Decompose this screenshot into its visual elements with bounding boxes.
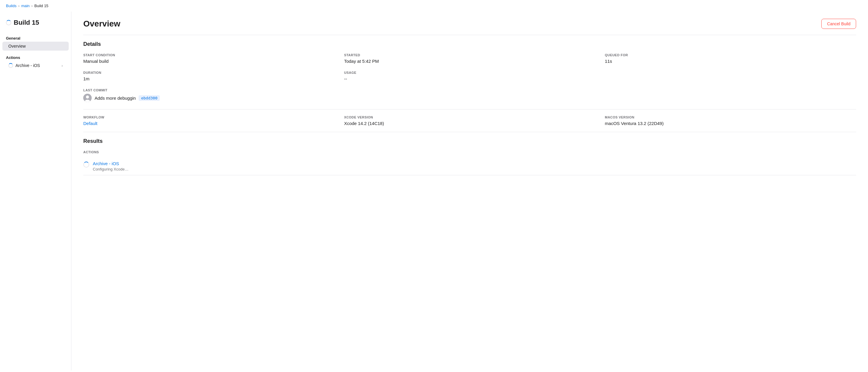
action-spinner <box>8 63 13 68</box>
avatar <box>83 94 92 102</box>
details-grid-row2: DURATION 1m USAGE -- <box>83 71 856 81</box>
macos-item: MACOS VERSION macOS Ventura 13.2 (22D49) <box>605 115 856 126</box>
macos-label: MACOS VERSION <box>605 115 856 119</box>
results-section-title: Results <box>83 138 856 144</box>
macos-value: macOS Ventura 13.2 (22D49) <box>605 121 856 126</box>
header-divider <box>83 35 856 35</box>
sidebar-item-archive-ios[interactable]: Archive - iOS › <box>2 61 69 70</box>
usage-item: USAGE -- <box>344 71 595 81</box>
build-status-spinner <box>6 20 11 25</box>
page-title: Overview <box>83 19 121 29</box>
result-info: Archive - iOS Configuring Xcode… <box>93 161 128 171</box>
workflow-value[interactable]: Default <box>83 121 98 126</box>
start-condition-value: Manual build <box>83 59 335 64</box>
main-header: Overview Cancel Build <box>83 19 856 29</box>
queued-for-value: 11s <box>605 59 856 64</box>
breadcrumb-sep-2: › <box>32 4 33 8</box>
details-section-title: Details <box>83 41 856 47</box>
queued-for-label: QUEUED FOR <box>605 53 856 57</box>
duration-label: DURATION <box>83 71 335 75</box>
start-condition-label: START CONDITION <box>83 53 335 57</box>
breadcrumb-sep-1: › <box>18 4 19 8</box>
result-status: Configuring Xcode… <box>93 167 128 171</box>
workflow-label: WORKFLOW <box>83 115 335 119</box>
details-results-divider <box>83 132 856 132</box>
breadcrumb-current: Build 15 <box>34 4 49 8</box>
commit-content: Adds more debuggin ebdd300 <box>83 94 856 102</box>
duration-item: DURATION 1m <box>83 71 335 81</box>
xcode-label: XCODE VERSION <box>344 115 595 119</box>
start-condition-item: START CONDITION Manual build <box>83 53 335 64</box>
details-section: Details START CONDITION Manual build STA… <box>83 41 856 126</box>
started-value: Today at 5:42 PM <box>344 59 595 64</box>
commit-hash-badge[interactable]: ebdd300 <box>138 95 160 101</box>
workflow-grid: WORKFLOW Default XCODE VERSION Xcode 14.… <box>83 115 856 126</box>
result-item: Archive - iOS Configuring Xcode… <box>83 158 856 175</box>
breadcrumb-builds-link[interactable]: Builds <box>6 4 17 8</box>
main-content: Overview Cancel Build Details START COND… <box>71 11 868 371</box>
sidebar-action-label: Archive - iOS <box>16 63 59 68</box>
xcode-value: Xcode 14.2 (14C18) <box>344 121 595 126</box>
sidebar-general-label: General <box>0 34 71 42</box>
sidebar: Build 15 General Overview Actions Archiv… <box>0 11 71 371</box>
queued-for-item: QUEUED FOR 11s <box>605 53 856 64</box>
sidebar-build-title: Build 15 <box>0 17 71 31</box>
commit-message: Adds more debuggin <box>95 95 136 101</box>
details-grid-row1: START CONDITION Manual build STARTED Tod… <box>83 53 856 64</box>
results-section: Results ACTIONS Archive - iOS Configurin… <box>83 138 856 175</box>
app-layout: Build 15 General Overview Actions Archiv… <box>0 11 868 371</box>
result-status-spinner <box>83 162 89 168</box>
started-item: STARTED Today at 5:42 PM <box>344 53 595 64</box>
usage-label: USAGE <box>344 71 595 75</box>
sidebar-build-name: Build 15 <box>14 19 39 27</box>
breadcrumb: Builds › main › Build 15 <box>0 0 868 11</box>
avatar-icon <box>83 94 92 102</box>
cancel-build-button[interactable]: Cancel Build <box>821 19 856 29</box>
commit-divider <box>83 109 856 110</box>
usage-value: -- <box>344 76 595 81</box>
last-commit-label: LAST COMMIT <box>83 88 856 92</box>
workflow-item: WORKFLOW Default <box>83 115 335 126</box>
svg-point-1 <box>86 95 89 98</box>
started-label: STARTED <box>344 53 595 57</box>
duration-value: 1m <box>83 76 335 81</box>
results-actions-label: ACTIONS <box>83 150 856 154</box>
sidebar-item-overview[interactable]: Overview <box>2 42 69 51</box>
chevron-right-icon: › <box>62 63 63 68</box>
result-name[interactable]: Archive - iOS <box>93 161 128 166</box>
sidebar-actions-heading: Actions <box>0 51 71 61</box>
xcode-item: XCODE VERSION Xcode 14.2 (14C18) <box>344 115 595 126</box>
breadcrumb-main-link[interactable]: main <box>21 4 29 8</box>
last-commit-row: LAST COMMIT Adds more debuggin ebdd300 <box>83 88 856 102</box>
